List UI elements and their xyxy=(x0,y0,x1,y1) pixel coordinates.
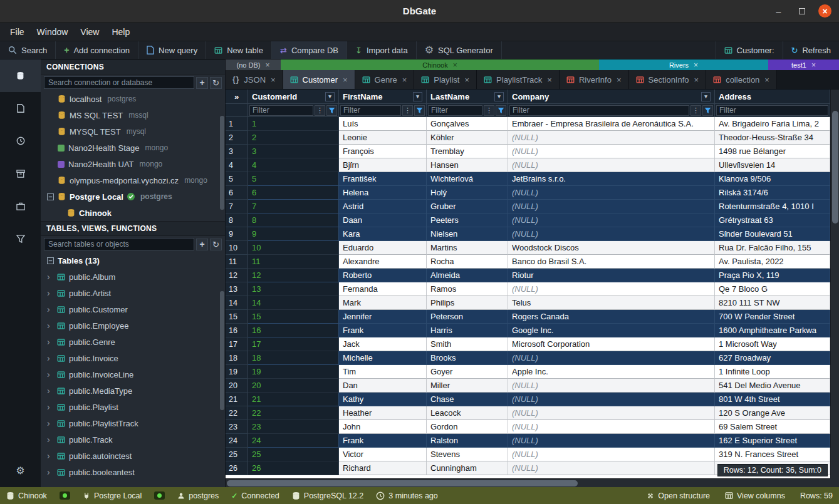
row-number[interactable]: 13 xyxy=(226,282,248,296)
grid-cell[interactable]: Tim xyxy=(339,365,427,379)
table-item-public-customer[interactable]: ›public.Customer xyxy=(41,301,225,317)
table-row[interactable]: 1818MichelleBrooks(NULL)627 Broadway xyxy=(226,351,830,365)
nav-item-history-nav-icon[interactable] xyxy=(0,125,41,157)
grid-cell[interactable]: 18 xyxy=(248,351,339,365)
grid-cell[interactable]: Peterson xyxy=(427,310,508,324)
row-number[interactable]: 4 xyxy=(226,158,248,172)
grid-cell[interactable]: Daan xyxy=(339,213,427,227)
grid-cell[interactable]: 1498 rue Bélanger xyxy=(715,145,830,158)
tables-scrollbar[interactable] xyxy=(220,291,224,410)
grid-cell[interactable]: Embraer - Empresa Brasileira de Aeronáut… xyxy=(508,117,715,131)
tables-group-row[interactable]: Tables (13) xyxy=(41,252,225,269)
nav-item-plugins-nav-icon[interactable] xyxy=(0,190,41,222)
grid-cell[interactable]: Helena xyxy=(339,186,427,200)
grid-cell[interactable]: 69 Salem Street xyxy=(715,420,830,434)
tab-genre[interactable]: Genre× xyxy=(355,70,415,89)
grid-cell[interactable]: Telus xyxy=(508,296,715,310)
filter-menu-button[interactable]: ⋮ xyxy=(315,105,325,116)
table-item-public-autoinctest[interactable]: ›public.autoinctest xyxy=(41,448,225,464)
table-row[interactable]: 2323JohnGordon(NULL)69 Salem Street xyxy=(226,420,830,434)
grid-cell[interactable]: 162 E Superior Street xyxy=(715,434,830,448)
table-row[interactable]: 1515JenniferPetersonRogers Canada700 W P… xyxy=(226,310,830,324)
tab-playlisttrack[interactable]: PlaylistTrack× xyxy=(477,70,560,89)
grid-cell[interactable]: Apple Inc. xyxy=(508,365,715,379)
row-number[interactable]: 22 xyxy=(226,406,248,420)
minimize-button[interactable]: – xyxy=(772,4,785,18)
row-number[interactable]: 8 xyxy=(226,213,248,227)
grid-cell[interactable]: Gonçalves xyxy=(427,117,508,131)
grid-cell[interactable]: Smith xyxy=(427,337,508,351)
grid-cell[interactable]: Klanova 9/506 xyxy=(715,172,830,186)
grid-cell[interactable]: Luís xyxy=(339,117,427,131)
table-row[interactable]: 33FrançoisTremblay(NULL)1498 rue Bélange… xyxy=(226,145,830,158)
grid-cell[interactable]: Rocha xyxy=(427,255,508,269)
table-item-public-track[interactable]: ›public.Track xyxy=(41,431,225,448)
toolbar-compare-db-button[interactable]: ⇄Compare DB xyxy=(272,41,347,59)
row-number[interactable]: 10 xyxy=(226,241,248,255)
tab-json[interactable]: {}JSON× xyxy=(226,70,283,89)
toolbar-import-data-button[interactable]: ↧Import data xyxy=(347,41,417,59)
grid-cell[interactable]: Kathy xyxy=(339,393,427,406)
grid-cell[interactable]: Theodor-Heuss-Straße 34 xyxy=(715,131,830,145)
grid-cell[interactable]: Michelle xyxy=(339,351,427,365)
close-icon[interactable]: × xyxy=(811,61,816,69)
grid-cell[interactable]: 1600 Amphitheatre Parkwa xyxy=(715,324,830,337)
toolbar-new-query-button[interactable]: New query xyxy=(138,41,206,59)
grid-cell[interactable]: Martins xyxy=(427,241,508,255)
toolbar-customer-button[interactable]: Customer: xyxy=(716,41,783,59)
grid-cell[interactable]: (NULL) xyxy=(508,393,715,406)
grid-cell[interactable]: Heather xyxy=(339,406,427,420)
status-open-structure[interactable]: Open structure xyxy=(647,491,710,500)
grid-vertical-scrollbar[interactable] xyxy=(830,90,839,478)
close-icon[interactable]: × xyxy=(453,61,457,69)
grid-cell[interactable]: Banco do Brasil S.A. xyxy=(508,255,715,269)
grid-cell[interactable]: (NULL) xyxy=(508,434,715,448)
close-icon[interactable]: × xyxy=(343,75,348,85)
row-number[interactable]: 20 xyxy=(226,379,248,393)
grid-cell[interactable]: Frank xyxy=(339,434,427,448)
table-item-public-invoiceline[interactable]: ›public.InvoiceLine xyxy=(41,366,225,383)
grid-cell[interactable]: Hansen xyxy=(427,158,508,172)
grid-cell[interactable]: Qe 7 Bloco G xyxy=(715,282,830,296)
table-row[interactable]: 22LeonieKöhler(NULL)Theodor-Heuss-Straße… xyxy=(226,131,830,145)
horizontal-scrollbar-thumb[interactable] xyxy=(227,480,578,486)
filter-input-firstname[interactable] xyxy=(340,105,401,116)
close-icon[interactable]: × xyxy=(402,75,407,85)
tab-group-no-db[interactable]: (no DB)× xyxy=(226,59,281,70)
grid-cell[interactable]: (NULL) xyxy=(508,461,715,475)
grid-cell[interactable]: 23 xyxy=(248,420,339,434)
grid-cell[interactable]: Bjſrn xyxy=(339,158,427,172)
grid-cell[interactable]: Rilská 3174/6 xyxy=(715,186,830,200)
table-item-public-genre[interactable]: ›public.Genre xyxy=(41,334,225,350)
table-item-public-album[interactable]: ›public.Album xyxy=(41,269,225,285)
add-connection-mini-button[interactable]: + xyxy=(196,77,208,89)
grid-cell[interactable]: 3 xyxy=(248,145,339,158)
grid-cell[interactable]: 541 Del Medio Avenue xyxy=(715,379,830,393)
close-button[interactable]: × xyxy=(818,4,831,18)
grid-cell[interactable]: (NULL) xyxy=(508,213,715,227)
grid-cell[interactable]: (NULL) xyxy=(508,406,715,420)
grid-cell[interactable]: 8 xyxy=(248,213,339,227)
grid-cell[interactable]: František xyxy=(339,172,427,186)
toolbar-refresh-button[interactable]: ↻Refresh xyxy=(783,41,839,59)
menu-item-file[interactable]: File xyxy=(4,24,31,39)
table-row[interactable]: 1919TimGoyerApple Inc.1 Infinite Loop xyxy=(226,365,830,379)
grid-cell[interactable]: Mark xyxy=(339,296,427,310)
table-row[interactable]: 77AstridGruber(NULL)Rotenturmstraße 4, 1… xyxy=(226,200,830,213)
grid-cell[interactable]: 4 xyxy=(248,158,339,172)
table-row[interactable]: 1313FernandaRamos(NULL)Qe 7 Bloco G xyxy=(226,282,830,296)
grid-cell[interactable]: Peeters xyxy=(427,213,508,227)
grid-cell[interactable]: Sſnder Boulevard 51 xyxy=(715,227,830,241)
grid-cell[interactable]: (NULL) xyxy=(508,145,715,158)
grid-cell[interactable]: Google Inc. xyxy=(508,324,715,337)
tab-customer[interactable]: Customer× xyxy=(283,70,355,89)
expand-all-button[interactable]: » xyxy=(226,90,248,104)
grid-cell[interactable]: Tremblay xyxy=(427,145,508,158)
grid-cell[interactable]: Philips xyxy=(427,296,508,310)
grid-cell[interactable]: 25 xyxy=(248,448,339,461)
column-header-address[interactable]: Address xyxy=(715,90,830,104)
column-header-lastname[interactable]: LastName▾ xyxy=(427,90,508,104)
row-number[interactable]: 17 xyxy=(226,337,248,351)
filter-menu-button[interactable]: ⋮ xyxy=(402,105,413,116)
connection-item-chinook[interactable]: Chinook xyxy=(41,205,225,221)
